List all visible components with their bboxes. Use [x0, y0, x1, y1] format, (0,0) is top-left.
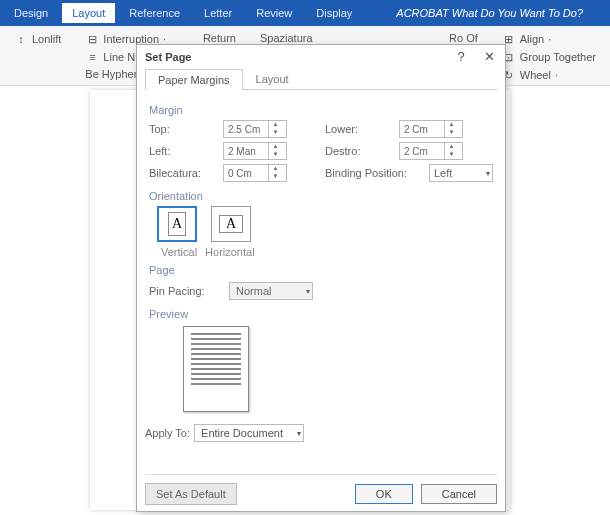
margin-section-label: Margin: [149, 104, 493, 116]
down-icon[interactable]: ▼: [269, 173, 282, 181]
apply-to-label: Apply To:: [145, 427, 190, 439]
chevron-down-icon: ▾: [306, 287, 310, 296]
preview-page-icon: [183, 326, 249, 412]
page-landscape-icon: A: [219, 215, 243, 233]
break-icon: ⊟: [85, 32, 99, 46]
up-icon[interactable]: ▲: [445, 121, 458, 129]
binding-label: Binding Position:: [325, 167, 425, 179]
orientation-vertical[interactable]: A: [157, 206, 197, 242]
numbers-icon: ≡: [85, 50, 99, 64]
destro-input[interactable]: [400, 145, 444, 158]
up-icon[interactable]: ▲: [445, 143, 458, 151]
pin-pacing-label: Pin Pacing:: [149, 285, 219, 297]
down-icon[interactable]: ▼: [445, 151, 458, 159]
up-icon[interactable]: ▲: [269, 121, 282, 129]
left-spinner[interactable]: ▲▼: [223, 142, 287, 160]
align-button[interactable]: ⊞Align ·: [502, 32, 596, 46]
destro-label: Destro:: [325, 145, 395, 157]
lonlift-button[interactable]: ↕Lonlift: [14, 32, 61, 46]
tab-layout[interactable]: Layout: [62, 3, 115, 23]
up-icon[interactable]: ▲: [269, 143, 282, 151]
group-button[interactable]: ⊡Group Together: [502, 50, 596, 64]
orientation-horizontal[interactable]: A: [211, 206, 251, 242]
tab-design[interactable]: Design: [4, 3, 58, 23]
wheel-button[interactable]: ↻Wheel ·: [502, 68, 596, 82]
chevron-down-icon: ▾: [297, 429, 301, 438]
horizontal-label: Horizontal: [205, 246, 255, 258]
down-icon[interactable]: ▼: [445, 129, 458, 137]
lower-label: Lower:: [325, 123, 395, 135]
set-default-button[interactable]: Set As Default: [145, 483, 237, 505]
left-label: Left:: [149, 145, 219, 157]
page-setup-dialog: Set Page ? ✕ Paper Margins Layout Margin…: [136, 44, 506, 512]
return-label: Return: [203, 32, 236, 44]
page-portrait-icon: A: [168, 212, 186, 236]
bilecatura-label: Bilecatura:: [149, 167, 219, 179]
tab-reference[interactable]: Reference: [119, 3, 190, 23]
vertical-label: Vertical: [161, 246, 197, 258]
tab-paper-margins[interactable]: Paper Margins: [145, 69, 243, 90]
acrobat-search[interactable]: ACROBAT What Do You Want To Do?: [396, 7, 583, 19]
cancel-button[interactable]: Cancel: [421, 484, 497, 504]
pin-pacing-dropdown[interactable]: Normal▾: [229, 282, 313, 300]
binding-dropdown[interactable]: Left▾: [429, 164, 493, 182]
ro-of-label: Ro Of: [449, 32, 478, 44]
apply-to-dropdown[interactable]: Entire Document▾: [194, 424, 304, 442]
close-button[interactable]: ✕: [481, 49, 497, 64]
spaziatura-label: Spaziatura: [260, 32, 313, 44]
preview-section-label: Preview: [149, 308, 493, 320]
top-input[interactable]: [224, 123, 268, 136]
destro-spinner[interactable]: ▲▼: [399, 142, 463, 160]
tab-dialog-layout[interactable]: Layout: [243, 68, 302, 89]
tab-review[interactable]: Review: [246, 3, 302, 23]
up-icon[interactable]: ▲: [269, 165, 282, 173]
bilecatura-spinner[interactable]: ▲▼: [223, 164, 287, 182]
left-input[interactable]: [224, 145, 268, 158]
text-direction-icon: ↕: [14, 32, 28, 46]
tab-letter[interactable]: Letter: [194, 3, 242, 23]
lower-input[interactable]: [400, 123, 444, 136]
down-icon[interactable]: ▼: [269, 151, 282, 159]
chevron-down-icon: ▾: [486, 169, 490, 178]
bilecatura-input[interactable]: [224, 167, 268, 180]
page-section-label: Page: [149, 264, 493, 276]
orientation-section-label: Orientation: [149, 190, 493, 202]
down-icon[interactable]: ▼: [269, 129, 282, 137]
top-spinner[interactable]: ▲▼: [223, 120, 287, 138]
tab-display[interactable]: Display: [306, 3, 362, 23]
lower-spinner[interactable]: ▲▼: [399, 120, 463, 138]
ok-button[interactable]: OK: [355, 484, 413, 504]
help-button[interactable]: ?: [453, 49, 469, 64]
ribbon-tabs: Design Layout Reference Letter Review Di…: [0, 0, 610, 26]
dialog-title: Set Page: [145, 51, 191, 63]
top-label: Top:: [149, 123, 219, 135]
